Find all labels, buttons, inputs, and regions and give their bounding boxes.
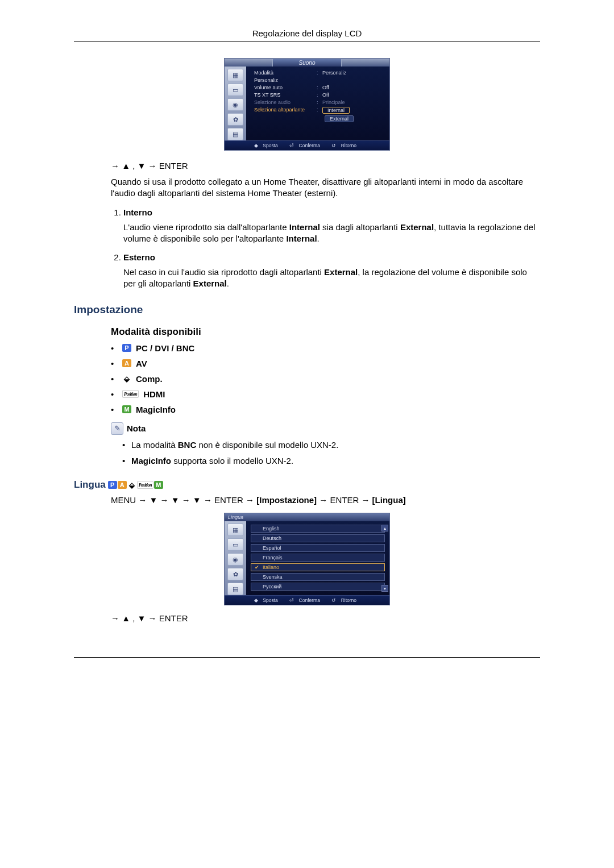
mode-label: PC / DVI / BNC [136, 343, 194, 353]
enter-sequence-2: → ▲ , ▼ → ENTER [111, 613, 540, 623]
mode-label: Comp. [136, 374, 163, 384]
osd-row-value: Internal [322, 107, 385, 114]
osd-footer-move: ◆ Sposta [254, 597, 281, 603]
osd-row-value: Off [322, 92, 385, 98]
mode-item: •Position HDMI [111, 389, 540, 399]
language-option[interactable]: Русский [251, 583, 385, 591]
bullet-icon: • [111, 405, 118, 414]
badge-a-icon: A [118, 481, 127, 489]
osd-row[interactable]: TS XT SRS:Off [254, 92, 385, 98]
osd-footer-return: ↺ Ritorno [331, 597, 360, 603]
nota-row: ✎ Nota [111, 422, 540, 435]
osd-tab-picture-icon[interactable]: ▦ [227, 524, 243, 536]
osd-row-label: TS XT SRS [254, 92, 317, 98]
note-icon: ✎ [111, 422, 123, 435]
bullet-icon: • [111, 389, 118, 399]
intro-paragraph: Quando si usa il prodotto collegato a un… [111, 176, 540, 200]
language-option[interactable]: Svenska [251, 573, 385, 581]
osd-row[interactable]: Seleziona altoparlante:Internal [254, 107, 385, 114]
osd-sidebar: ▦ ▭ ◉ ✿ ▤ [225, 67, 246, 140]
badge-p-icon: P [108, 481, 117, 489]
osd2-scrollbar[interactable]: ▲ ▼ [381, 525, 387, 592]
list-item-title: Esterno [123, 252, 155, 262]
osd-row-label: Seleziona altoparlante [254, 107, 317, 114]
language-option[interactable]: Français [251, 554, 385, 562]
osd2-sidebar: ▦ ▭ ◉ ✿ ▤ [225, 521, 246, 595]
bullet-icon: • [111, 374, 118, 384]
osd-row-value: Principale [322, 99, 385, 105]
mode-badge-icon: ⬙ [122, 375, 131, 383]
lingua-heading-text: Lingua [74, 479, 106, 491]
osd-row[interactable]: Volume auto:Off [254, 85, 385, 90]
osd-extra-option[interactable]: External [254, 115, 385, 122]
osd2-title: Lingua [225, 513, 389, 521]
header-rule [74, 41, 540, 42]
osd-tab-setup-icon[interactable]: ✿ [227, 113, 243, 126]
osd-footer-return: ↺ Ritorno [331, 143, 360, 148]
mode-item: •P PC / DVI / BNC [111, 343, 540, 353]
osd-tab-picture-icon[interactable]: ▦ [227, 69, 243, 81]
mode-item: •⬙ Comp. [111, 374, 540, 384]
osd-row-label: Personaliz [254, 77, 317, 83]
mode-item: •M MagicInfo [111, 405, 540, 414]
language-option[interactable]: Italiano [251, 563, 385, 571]
lingua-badges: P A ⬙ Position M [108, 481, 163, 489]
menu-path: MENU → ▼ → ▼ → ▼ → ENTER → [Impostazione… [111, 495, 540, 505]
osd-row-label: Modalità [254, 70, 317, 76]
osd-row-value [322, 77, 385, 83]
osd-footer-confirm: ⏎ Conferma [289, 143, 323, 148]
osd-tab-sound-icon[interactable]: ◉ [227, 553, 243, 566]
list-item: EsternoNel caso in cui l'audio sia ripro… [123, 252, 540, 290]
badge-comp-icon: ⬙ [127, 481, 136, 489]
lingua-heading: Lingua P A ⬙ Position M [74, 479, 540, 491]
osd-row-value: Off [322, 85, 385, 90]
osd-tab-multi-icon[interactable]: ▤ [227, 583, 243, 595]
badge-m-icon: M [154, 481, 163, 489]
osd-tab-setup-icon[interactable]: ✿ [227, 568, 243, 580]
osd-row-label: Selezione audio [254, 99, 317, 105]
osd-tab-sound-icon[interactable]: ◉ [227, 98, 243, 111]
osd-tab-screen-icon[interactable]: ▭ [227, 84, 243, 96]
mode-badge-icon: M [122, 405, 131, 413]
osd-row[interactable]: Personaliz [254, 77, 385, 83]
list-item: InternoL'audio viene riprodotto sia dall… [123, 207, 540, 245]
osd2-main: EnglishDeutschEspañolFrançaisItalianoSve… [246, 521, 389, 595]
osd-footer-confirm: ⏎ Conferma [289, 597, 323, 603]
nota-item: MagicInfo supporta solo il modello UXN-2… [122, 455, 540, 467]
osd-suono: Suono ▦ ▭ ◉ ✿ ▤ Modalità:PersonalizPerso… [224, 58, 390, 151]
osd-title: Suono [272, 59, 342, 67]
badge-hdmi-icon: Position [137, 481, 154, 489]
modalita-heading: Modalità disponibili [111, 326, 540, 338]
mode-label: HDMI [143, 389, 165, 399]
bullet-icon: • [111, 359, 118, 368]
enter-sequence-1: → ▲ , ▼ → ENTER [111, 161, 540, 171]
bullet-icon: • [111, 343, 118, 353]
osd-titlebar: Suono [225, 59, 389, 67]
language-option[interactable]: Deutsch [251, 534, 385, 542]
osd-row-value: Personaliz [322, 70, 385, 76]
impostazione-heading: Impostazione [74, 304, 540, 316]
osd-tab-screen-icon[interactable]: ▭ [227, 538, 243, 551]
language-option[interactable]: Español [251, 544, 385, 552]
scroll-up-icon[interactable]: ▲ [381, 525, 388, 531]
nota-label: Nota [127, 423, 146, 433]
numbered-list: InternoL'audio viene riprodotto sia dall… [111, 207, 540, 290]
nota-list: La modalità BNC non è disponibile sul mo… [122, 439, 540, 467]
mode-label: MagicInfo [136, 405, 176, 414]
osd2-footer: ◆ Sposta ⏎ Conferma ↺ Ritorno [225, 595, 389, 605]
osd-row[interactable]: Selezione audio:Principale [254, 99, 385, 105]
mode-badge-icon: A [122, 359, 131, 367]
osd-footer-move: ◆ Sposta [254, 143, 281, 148]
mode-badge-icon: Position [122, 390, 139, 398]
page-header-title: Regolazione del display LCD [74, 28, 540, 41]
list-item-body: L'audio viene riprodotto sia dall'altopa… [123, 222, 540, 245]
osd-main: Modalità:PersonalizPersonalizVolume auto… [246, 67, 389, 140]
list-item-body: Nel caso in cui l'audio sia riprodotto d… [123, 267, 540, 290]
scroll-down-icon[interactable]: ▼ [381, 585, 388, 592]
mode-item: •A AV [111, 359, 540, 368]
osd-tab-multi-icon[interactable]: ▤ [227, 128, 243, 140]
nota-item: La modalità BNC non è disponibile sul mo… [122, 439, 540, 451]
mode-label: AV [136, 359, 147, 368]
language-option[interactable]: English [251, 525, 385, 533]
osd-row[interactable]: Modalità:Personaliz [254, 70, 385, 76]
